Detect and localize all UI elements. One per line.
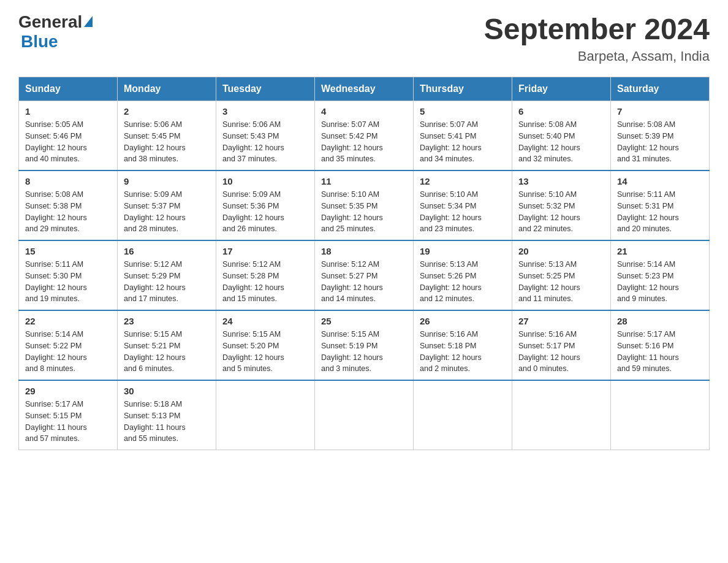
calendar-week-row: 8 Sunrise: 5:08 AMSunset: 5:38 PMDayligh…	[19, 170, 710, 240]
calendar-cell: 12 Sunrise: 5:10 AMSunset: 5:34 PMDaylig…	[414, 170, 512, 240]
day-info: Sunrise: 5:14 AMSunset: 5:23 PMDaylight:…	[617, 259, 703, 305]
day-number: 14	[617, 176, 703, 186]
day-info: Sunrise: 5:10 AMSunset: 5:34 PMDaylight:…	[420, 189, 506, 235]
calendar-week-row: 22 Sunrise: 5:14 AMSunset: 5:22 PMDaylig…	[19, 310, 710, 380]
day-number: 21	[617, 246, 703, 256]
day-number: 13	[518, 176, 604, 186]
calendar-cell: 3 Sunrise: 5:06 AMSunset: 5:43 PMDayligh…	[216, 101, 315, 171]
calendar-week-row: 15 Sunrise: 5:11 AMSunset: 5:30 PMDaylig…	[19, 240, 710, 310]
location-title: Barpeta, Assam, India	[484, 48, 710, 64]
day-number: 27	[518, 316, 604, 326]
day-number: 6	[518, 106, 604, 117]
calendar-cell: 10 Sunrise: 5:09 AMSunset: 5:36 PMDaylig…	[216, 170, 315, 240]
day-number: 12	[420, 176, 506, 186]
calendar-cell: 1 Sunrise: 5:05 AMSunset: 5:46 PMDayligh…	[19, 101, 118, 171]
calendar-cell: 9 Sunrise: 5:09 AMSunset: 5:37 PMDayligh…	[118, 170, 216, 240]
calendar-cell: 15 Sunrise: 5:11 AMSunset: 5:30 PMDaylig…	[19, 240, 118, 310]
calendar-cell: 23 Sunrise: 5:15 AMSunset: 5:21 PMDaylig…	[118, 310, 216, 380]
day-number: 30	[124, 386, 210, 396]
calendar-cell: 24 Sunrise: 5:15 AMSunset: 5:20 PMDaylig…	[216, 310, 315, 380]
logo: General Blue	[18, 12, 93, 52]
calendar-cell: 22 Sunrise: 5:14 AMSunset: 5:22 PMDaylig…	[19, 310, 118, 380]
calendar-cell: 20 Sunrise: 5:13 AMSunset: 5:25 PMDaylig…	[512, 240, 611, 310]
day-number: 26	[420, 316, 506, 326]
weekday-header-sunday: Sunday	[19, 77, 118, 101]
calendar-cell	[315, 380, 414, 450]
day-number: 10	[222, 176, 308, 186]
day-info: Sunrise: 5:06 AMSunset: 5:45 PMDaylight:…	[124, 119, 210, 165]
title-area: September 2024 Barpeta, Assam, India	[484, 12, 710, 64]
calendar-cell: 17 Sunrise: 5:12 AMSunset: 5:28 PMDaylig…	[216, 240, 315, 310]
calendar-cell: 5 Sunrise: 5:07 AMSunset: 5:41 PMDayligh…	[414, 101, 512, 171]
logo-blue-text: Blue	[21, 32, 58, 51]
day-number: 2	[124, 106, 210, 117]
calendar-cell: 6 Sunrise: 5:08 AMSunset: 5:40 PMDayligh…	[512, 101, 611, 171]
calendar-cell: 8 Sunrise: 5:08 AMSunset: 5:38 PMDayligh…	[19, 170, 118, 240]
calendar-cell: 19 Sunrise: 5:13 AMSunset: 5:26 PMDaylig…	[414, 240, 512, 310]
weekday-header-monday: Monday	[118, 77, 216, 101]
day-info: Sunrise: 5:18 AMSunset: 5:13 PMDaylight:…	[124, 399, 210, 445]
day-number: 3	[222, 106, 308, 117]
day-info: Sunrise: 5:11 AMSunset: 5:30 PMDaylight:…	[25, 259, 111, 305]
day-info: Sunrise: 5:08 AMSunset: 5:38 PMDaylight:…	[25, 189, 111, 235]
calendar-cell: 11 Sunrise: 5:10 AMSunset: 5:35 PMDaylig…	[315, 170, 414, 240]
day-info: Sunrise: 5:08 AMSunset: 5:39 PMDaylight:…	[617, 119, 703, 165]
day-info: Sunrise: 5:15 AMSunset: 5:21 PMDaylight:…	[124, 329, 210, 375]
calendar-cell: 4 Sunrise: 5:07 AMSunset: 5:42 PMDayligh…	[315, 101, 414, 171]
calendar-cell: 14 Sunrise: 5:11 AMSunset: 5:31 PMDaylig…	[611, 170, 710, 240]
calendar-cell: 28 Sunrise: 5:17 AMSunset: 5:16 PMDaylig…	[611, 310, 710, 380]
day-number: 24	[222, 316, 308, 326]
day-info: Sunrise: 5:10 AMSunset: 5:35 PMDaylight:…	[321, 189, 407, 235]
day-info: Sunrise: 5:07 AMSunset: 5:42 PMDaylight:…	[321, 119, 407, 165]
day-info: Sunrise: 5:10 AMSunset: 5:32 PMDaylight:…	[518, 189, 604, 235]
day-info: Sunrise: 5:12 AMSunset: 5:27 PMDaylight:…	[321, 259, 407, 305]
day-info: Sunrise: 5:17 AMSunset: 5:16 PMDaylight:…	[617, 329, 703, 375]
weekday-header-friday: Friday	[512, 77, 611, 101]
day-info: Sunrise: 5:15 AMSunset: 5:19 PMDaylight:…	[321, 329, 407, 375]
calendar-cell: 26 Sunrise: 5:16 AMSunset: 5:18 PMDaylig…	[414, 310, 512, 380]
day-number: 29	[25, 386, 111, 396]
day-info: Sunrise: 5:12 AMSunset: 5:28 PMDaylight:…	[222, 259, 308, 305]
day-info: Sunrise: 5:06 AMSunset: 5:43 PMDaylight:…	[222, 119, 308, 165]
day-number: 11	[321, 176, 407, 186]
calendar-cell: 13 Sunrise: 5:10 AMSunset: 5:32 PMDaylig…	[512, 170, 611, 240]
day-info: Sunrise: 5:16 AMSunset: 5:18 PMDaylight:…	[420, 329, 506, 375]
day-number: 8	[25, 176, 111, 186]
day-number: 17	[222, 246, 308, 256]
calendar-cell	[512, 380, 611, 450]
day-number: 22	[25, 316, 111, 326]
day-number: 19	[420, 246, 506, 256]
day-info: Sunrise: 5:13 AMSunset: 5:25 PMDaylight:…	[518, 259, 604, 305]
day-info: Sunrise: 5:05 AMSunset: 5:46 PMDaylight:…	[25, 119, 111, 165]
calendar-week-row: 29 Sunrise: 5:17 AMSunset: 5:15 PMDaylig…	[19, 380, 710, 450]
day-info: Sunrise: 5:15 AMSunset: 5:20 PMDaylight:…	[222, 329, 308, 375]
day-info: Sunrise: 5:11 AMSunset: 5:31 PMDaylight:…	[617, 189, 703, 235]
month-title: September 2024	[484, 12, 710, 46]
calendar-cell	[611, 380, 710, 450]
day-info: Sunrise: 5:09 AMSunset: 5:37 PMDaylight:…	[124, 189, 210, 235]
day-info: Sunrise: 5:09 AMSunset: 5:36 PMDaylight:…	[222, 189, 308, 235]
weekday-header-wednesday: Wednesday	[315, 77, 414, 101]
calendar-cell: 16 Sunrise: 5:12 AMSunset: 5:29 PMDaylig…	[118, 240, 216, 310]
calendar-cell: 2 Sunrise: 5:06 AMSunset: 5:45 PMDayligh…	[118, 101, 216, 171]
calendar-cell: 29 Sunrise: 5:17 AMSunset: 5:15 PMDaylig…	[19, 380, 118, 450]
day-info: Sunrise: 5:08 AMSunset: 5:40 PMDaylight:…	[518, 119, 604, 165]
weekday-header-saturday: Saturday	[611, 77, 710, 101]
day-info: Sunrise: 5:17 AMSunset: 5:15 PMDaylight:…	[25, 399, 111, 445]
calendar-cell: 21 Sunrise: 5:14 AMSunset: 5:23 PMDaylig…	[611, 240, 710, 310]
weekday-header-thursday: Thursday	[414, 77, 512, 101]
calendar-week-row: 1 Sunrise: 5:05 AMSunset: 5:46 PMDayligh…	[19, 101, 710, 171]
day-info: Sunrise: 5:13 AMSunset: 5:26 PMDaylight:…	[420, 259, 506, 305]
day-number: 4	[321, 106, 407, 117]
day-info: Sunrise: 5:14 AMSunset: 5:22 PMDaylight:…	[25, 329, 111, 375]
logo-general-text: General	[18, 12, 82, 32]
day-number: 28	[617, 316, 703, 326]
weekday-header-row: SundayMondayTuesdayWednesdayThursdayFrid…	[19, 77, 710, 101]
weekday-header-tuesday: Tuesday	[216, 77, 315, 101]
day-info: Sunrise: 5:12 AMSunset: 5:29 PMDaylight:…	[124, 259, 210, 305]
calendar-cell: 18 Sunrise: 5:12 AMSunset: 5:27 PMDaylig…	[315, 240, 414, 310]
calendar-table: SundayMondayTuesdayWednesdayThursdayFrid…	[18, 77, 710, 450]
day-info: Sunrise: 5:07 AMSunset: 5:41 PMDaylight:…	[420, 119, 506, 165]
day-number: 20	[518, 246, 604, 256]
day-info: Sunrise: 5:16 AMSunset: 5:17 PMDaylight:…	[518, 329, 604, 375]
